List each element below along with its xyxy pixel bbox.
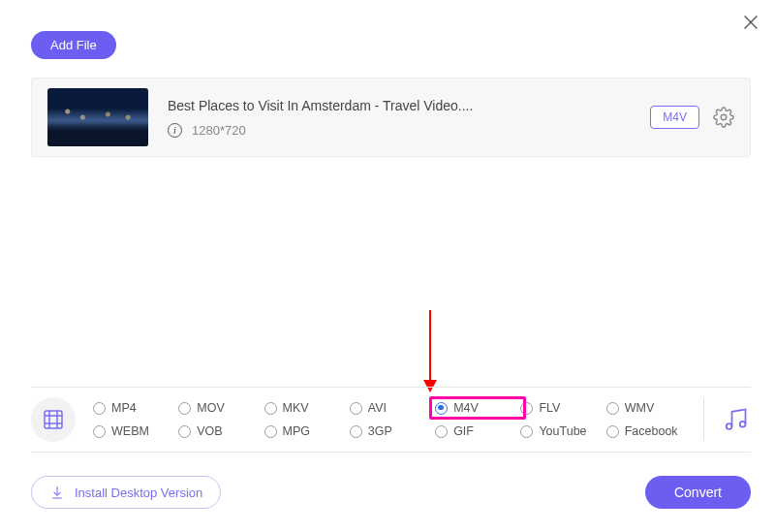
gear-icon[interactable] [713, 107, 734, 128]
format-radio-mov[interactable] [178, 402, 191, 415]
footer: Install Desktop Version Convert [31, 476, 751, 509]
annotation-arrow [421, 310, 439, 392]
file-card: Best Places to Visit In Amsterdam - Trav… [31, 78, 751, 157]
format-section: MP4MOVMKVAVIM4VFLVWMVWEBMVOBMPG3GPGIFYou… [31, 387, 751, 453]
install-desktop-label: Install Desktop Version [75, 485, 202, 500]
convert-button[interactable]: Convert [645, 476, 751, 509]
format-label: MKV [283, 401, 309, 415]
format-radio-mkv[interactable] [264, 402, 277, 415]
format-radio-webm[interactable] [93, 425, 106, 438]
format-option-flv[interactable]: FLV [520, 401, 602, 415]
format-radio-gif[interactable] [435, 425, 448, 438]
format-label: YouTube [539, 424, 586, 438]
divider [703, 398, 704, 441]
format-option-mp4[interactable]: MP4 [93, 401, 174, 415]
format-radio-wmv[interactable] [606, 402, 619, 415]
format-radio-3gp[interactable] [350, 425, 362, 438]
format-option-vob[interactable]: VOB [178, 424, 260, 438]
svg-rect-5 [45, 411, 62, 428]
info-icon[interactable]: i [168, 123, 182, 138]
video-thumbnail [47, 88, 148, 146]
format-option-facebook[interactable]: Facebook [606, 424, 688, 438]
format-radio-mpg[interactable] [264, 425, 277, 438]
format-radio-flv[interactable] [520, 402, 533, 415]
format-radio-vob[interactable] [178, 425, 191, 438]
format-label: MP4 [111, 401, 137, 415]
svg-point-2 [721, 114, 727, 120]
format-grid: MP4MOVMKVAVIM4VFLVWMVWEBMVOBMPG3GPGIFYou… [93, 401, 688, 438]
close-icon[interactable] [740, 12, 761, 33]
file-resolution: 1280*720 [192, 123, 246, 138]
file-title: Best Places to Visit In Amsterdam - Trav… [168, 98, 650, 113]
svg-point-11 [740, 422, 746, 427]
format-label: GIF [453, 424, 474, 438]
format-label: WMV [625, 401, 655, 415]
format-radio-m4v[interactable] [435, 402, 448, 415]
file-info: Best Places to Visit In Amsterdam - Trav… [168, 98, 650, 138]
format-label: M4V [453, 401, 479, 415]
install-desktop-button[interactable]: Install Desktop Version [31, 476, 221, 509]
format-label: AVI [368, 401, 387, 415]
format-label: MOV [197, 401, 224, 415]
format-option-webm[interactable]: WEBM [93, 424, 174, 438]
add-file-button[interactable]: Add File [31, 31, 116, 59]
format-radio-mp4[interactable] [93, 402, 106, 415]
format-label: FLV [539, 401, 560, 415]
format-option-gif[interactable]: GIF [435, 424, 516, 438]
format-radio-facebook[interactable] [606, 425, 619, 438]
format-label: Facebook [625, 424, 678, 438]
video-format-icon[interactable] [31, 397, 76, 442]
format-option-mov[interactable]: MOV [178, 401, 260, 415]
audio-format-icon[interactable] [720, 404, 751, 435]
format-option-3gp[interactable]: 3GP [350, 424, 431, 438]
format-label: WEBM [111, 424, 149, 438]
format-option-wmv[interactable]: WMV [606, 401, 688, 415]
format-radio-avi[interactable] [350, 402, 362, 415]
svg-point-10 [727, 423, 732, 429]
format-option-avi[interactable]: AVI [350, 401, 431, 415]
format-radio-youtube[interactable] [520, 425, 533, 438]
format-label: MPG [283, 424, 310, 438]
format-option-youtube[interactable]: YouTube [520, 424, 602, 438]
format-badge-button[interactable]: M4V [650, 106, 699, 129]
format-option-mkv[interactable]: MKV [264, 401, 346, 415]
format-option-mpg[interactable]: MPG [264, 424, 346, 438]
format-label: 3GP [368, 424, 392, 438]
format-label: VOB [197, 424, 222, 438]
format-option-m4v[interactable]: M4V [435, 401, 516, 415]
